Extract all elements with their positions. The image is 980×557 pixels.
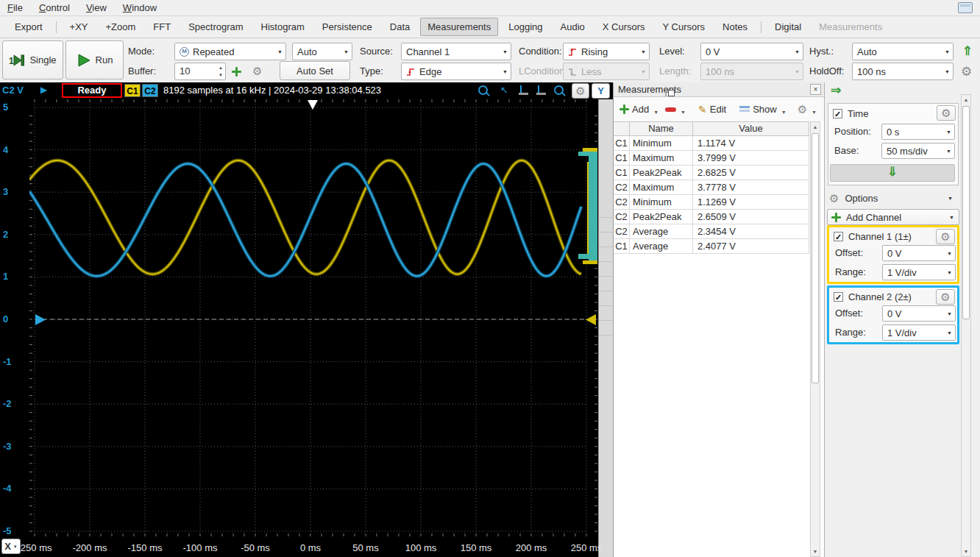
tab-y-cursors[interactable]: Y Cursors xyxy=(656,18,713,36)
plot-gear-button[interactable]: ⚙ xyxy=(572,83,589,99)
add-channel-button[interactable]: Add Channel ▼ xyxy=(827,209,959,225)
tab-histogram[interactable]: Histogram xyxy=(254,18,312,36)
x-cursor-icon[interactable] xyxy=(519,85,529,98)
channel2-gear-button[interactable]: ⚙ xyxy=(936,289,955,305)
scroll-up-icon[interactable]: ▲ xyxy=(811,122,820,132)
chevron-down-icon: ▼ xyxy=(277,49,283,54)
measurements-gear-button[interactable]: ⚙ xyxy=(795,102,810,117)
trigger-auto-select[interactable]: Auto ▼ xyxy=(292,43,352,60)
scrollbar-thumb[interactable] xyxy=(962,106,970,319)
waveform-plot[interactable] xyxy=(29,99,597,537)
trigger-gear-icon[interactable]: ⚙ xyxy=(961,65,972,78)
tab-persistence[interactable]: Persistence xyxy=(315,18,380,36)
repeated-mode-icon: M xyxy=(180,47,189,57)
measurements-scrollbar[interactable]: ▲ ▼ xyxy=(810,121,820,557)
menu-file[interactable]: File xyxy=(7,2,23,13)
tab-spectrogram[interactable]: Spectrogram xyxy=(181,18,250,36)
measurement-row[interactable]: C2Maximum3.7778 V xyxy=(614,180,809,195)
time-expand-button[interactable]: ⇓ xyxy=(830,164,955,182)
measurement-row[interactable]: C2Peak2Peak2.6509 V xyxy=(614,210,809,224)
sidebar-scrollbar[interactable]: ▲ ▼ xyxy=(961,94,971,557)
channel1-badge[interactable]: C1 xyxy=(124,84,141,97)
measurement-row[interactable]: C2Average2.3454 V xyxy=(614,224,809,239)
position-select[interactable]: 0 s ▼ xyxy=(881,124,955,140)
auto-set-button[interactable]: Auto Set xyxy=(280,61,350,80)
add-measurement-button[interactable]: Add xyxy=(617,102,652,117)
measurement-row[interactable]: C1Average2.4077 V xyxy=(614,239,809,254)
mode-select[interactable]: M Repeated ▼ xyxy=(174,43,286,60)
chevron-down-icon[interactable]: ▼ xyxy=(781,110,787,115)
menu-control[interactable]: Control xyxy=(39,2,70,13)
tab-audio[interactable]: Audio xyxy=(553,18,592,36)
hysteresis-select[interactable]: Auto ▼ xyxy=(852,43,954,60)
zoom-out-icon[interactable] xyxy=(554,85,564,97)
buffer-spinbox[interactable]: 10 ▲▼ xyxy=(174,63,226,80)
condition-select[interactable]: Rising ▼ xyxy=(563,43,650,60)
tab-xy[interactable]: +XY xyxy=(63,18,96,36)
channel2-range-label: Range: xyxy=(835,327,866,338)
show-measurement-button[interactable]: Show xyxy=(736,102,780,117)
type-select[interactable]: Edge ▼ xyxy=(401,63,511,80)
chevron-down-icon[interactable]: ▼ xyxy=(681,110,686,115)
vertical-axis-channel-label[interactable]: C2 V xyxy=(2,85,24,96)
channel1-offset-select[interactable]: 0 V ▼ xyxy=(882,245,956,261)
menu-view[interactable]: View xyxy=(86,2,107,13)
level-label: Level: xyxy=(659,43,685,60)
spin-arrows-icon[interactable]: ▲▼ xyxy=(219,64,223,79)
level-select[interactable]: 0 V ▼ xyxy=(700,43,803,60)
tab-x-cursors[interactable]: X Cursors xyxy=(595,18,653,36)
buffer-gear-icon[interactable]: ⚙ xyxy=(252,65,262,77)
holdoff-select[interactable]: 100 ns ▼ xyxy=(852,63,954,80)
channel2-range-select[interactable]: 1 V/div ▼ xyxy=(882,324,956,341)
scrollbar-thumb[interactable] xyxy=(812,133,819,383)
measurement-row[interactable]: C1Minimum1.1174 V xyxy=(614,136,809,151)
tab-measurements[interactable]: Measurements xyxy=(420,18,498,36)
menu-window[interactable]: Window xyxy=(123,2,157,13)
zoom-in-icon[interactable] xyxy=(478,85,488,97)
source-select[interactable]: Channel 1 ▼ xyxy=(401,43,511,60)
scroll-down-icon[interactable]: ▼ xyxy=(962,547,970,556)
tab-zoom[interactable]: +Zoom xyxy=(99,18,143,36)
chevron-down-icon[interactable]: ▼ xyxy=(653,110,658,115)
channel2-offset-select[interactable]: 0 V ▼ xyxy=(882,305,956,322)
close-panel-icon[interactable]: × xyxy=(810,84,821,95)
scroll-down-icon[interactable]: ▼ xyxy=(811,547,820,556)
add-buffer-icon[interactable] xyxy=(232,67,241,77)
channel1-range-select[interactable]: 1 V/div ▼ xyxy=(882,264,956,280)
tab-logging[interactable]: Logging xyxy=(501,18,550,36)
source-value: Channel 1 xyxy=(406,46,450,57)
measurement-row[interactable]: C1Peak2Peak2.6825 V xyxy=(614,166,809,180)
channel2-checkbox[interactable]: ✓ xyxy=(834,292,843,302)
measurement-row[interactable]: C1Maximum3.7999 V xyxy=(614,151,809,166)
measurements-title-bar[interactable]: Measurements × xyxy=(614,82,824,97)
chevron-down-icon[interactable]: ▼ xyxy=(812,110,817,115)
single-button[interactable]: 1 Single xyxy=(2,40,63,79)
channel1-checkbox[interactable]: ✓ xyxy=(834,232,843,241)
channel2-badge[interactable]: C2 xyxy=(142,84,158,97)
expand-arrow-icon[interactable]: ▶ xyxy=(40,85,47,95)
float-panel-icon[interactable] xyxy=(665,87,667,96)
measurement-row[interactable]: C2Minimum1.1269 V xyxy=(614,195,809,210)
level-up-arrow-icon[interactable]: ⇑ xyxy=(962,45,973,57)
y-cursor-icon[interactable] xyxy=(536,85,547,98)
scroll-up-icon[interactable]: ▲ xyxy=(962,95,970,104)
tab-digital[interactable]: Digital xyxy=(767,18,809,36)
tab-export[interactable]: Export xyxy=(7,18,50,36)
options-row[interactable]: ⚙ Options ▼ xyxy=(829,190,959,206)
remove-measurement-button[interactable] xyxy=(662,105,679,114)
edit-measurement-button[interactable]: ✎ Edit xyxy=(695,102,729,117)
measurement-value: 2.6825 V xyxy=(693,166,809,180)
tab-data[interactable]: Data xyxy=(383,18,417,36)
workspace-window-icon[interactable] xyxy=(958,2,973,13)
channel1-gear-button[interactable]: ⚙ xyxy=(936,229,955,244)
tab-fft[interactable]: FFT xyxy=(146,18,178,36)
tab-notes[interactable]: Notes xyxy=(715,18,755,36)
time-gear-button[interactable]: ⚙ xyxy=(937,105,956,121)
collapse-panel-arrow-icon[interactable]: ⇒ xyxy=(831,84,841,96)
y-axis-button[interactable]: Y xyxy=(592,83,610,99)
measurement-channel: C1 xyxy=(614,166,630,180)
pointer-mode-icon[interactable]: ↖ xyxy=(500,85,508,95)
run-button[interactable]: Run xyxy=(65,40,124,79)
base-select[interactable]: 50 ms/div ▼ xyxy=(881,143,955,159)
time-checkbox[interactable]: ✓ xyxy=(833,109,842,118)
